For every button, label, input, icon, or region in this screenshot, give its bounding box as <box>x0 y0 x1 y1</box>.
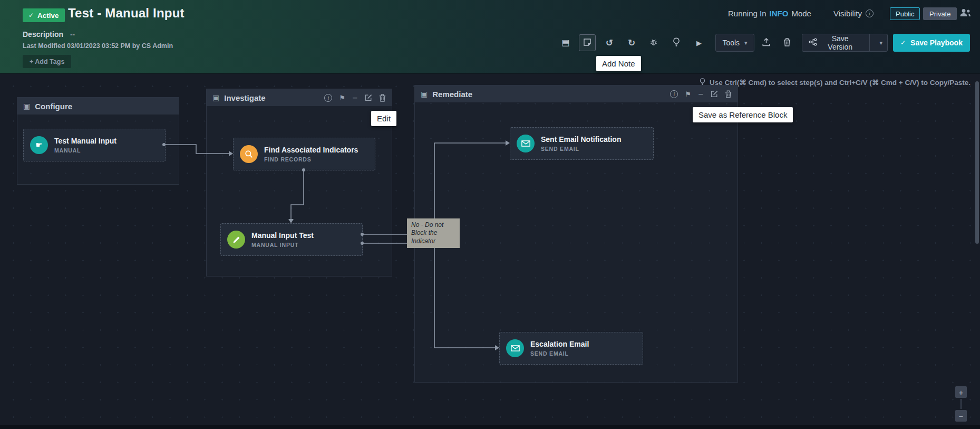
play-icon: ▶ <box>696 40 702 46</box>
group-configure-header[interactable]: ▣ Configure <box>17 98 179 115</box>
save-version-caret[interactable]: ▾ <box>875 34 887 51</box>
group-investigate-header[interactable]: ▣ Investigate i ⚑ − <box>207 89 392 106</box>
step-test-manual-input[interactable]: ☛ Test Manual Input MANUAL <box>23 129 166 161</box>
journal-icon: ▤ <box>561 39 569 47</box>
horizontal-scrollbar-track[interactable] <box>0 425 980 429</box>
step-escalation-email[interactable]: Escalation Email SEND EMAIL <box>499 332 643 365</box>
trash-icon[interactable] <box>379 94 386 102</box>
group-remediate-header[interactable]: ▣ Remediate i ⚑ − <box>415 85 738 102</box>
last-modified-text: Last Modified 03/01/2023 03:52 PM by CS … <box>23 42 173 50</box>
note-icon <box>583 38 591 48</box>
step-subtitle: SEND EMAIL <box>541 146 621 152</box>
playbook-designer-app: ✓ Active Test - Manual Input Description… <box>0 0 980 429</box>
save-version-label: Save Version <box>822 34 858 51</box>
email-icon <box>506 339 524 357</box>
description-value: -- <box>70 30 75 39</box>
suggestions-button[interactable] <box>668 34 685 51</box>
manual-trigger-icon: ☛ <box>30 136 48 154</box>
trash-icon[interactable] <box>725 90 732 98</box>
debug-button[interactable] <box>645 34 662 51</box>
edit-tooltip: Edit <box>371 111 396 126</box>
tools-dropdown[interactable]: Tools ▾ <box>715 34 754 52</box>
run-playbook-button[interactable]: ▶ <box>691 34 707 51</box>
group-investigate[interactable]: ▣ Investigate i ⚑ − <box>206 89 392 277</box>
info-icon[interactable]: i <box>866 9 874 17</box>
step-title: Test Manual Input <box>54 137 117 146</box>
lightbulb-icon <box>673 37 680 48</box>
visibility-row: Visibility i <box>833 9 874 18</box>
visibility-label: Visibility <box>833 9 862 18</box>
group-title: Configure <box>35 102 72 111</box>
page-title: Test - Manual Input <box>68 6 185 21</box>
add-note-tooltip: Add Note <box>596 56 641 71</box>
zoom-in-button[interactable]: + <box>955 386 967 398</box>
step-subtitle: SEND EMAIL <box>530 350 589 357</box>
redo-icon: ↻ <box>628 39 635 47</box>
edge-condition-label[interactable]: No - Do not Block the Indicator <box>407 218 460 248</box>
step-sent-email-notification[interactable]: Sent Email Notification SEND EMAIL <box>510 127 654 160</box>
chevron-down-icon: ▾ <box>744 40 748 46</box>
status-badge-label: Active <box>37 12 59 20</box>
mode-value[interactable]: INFO <box>770 9 789 18</box>
delete-playbook-button[interactable] <box>779 34 795 51</box>
export-button[interactable] <box>758 34 774 51</box>
button-divider <box>869 34 870 51</box>
save-playbook-label: Save Playbook <box>910 39 963 47</box>
info-icon[interactable]: i <box>670 90 678 98</box>
email-icon <box>517 135 535 152</box>
zoom-out-button[interactable]: − <box>955 410 967 422</box>
zoom-slider-track <box>960 399 962 409</box>
flag-icon[interactable]: ⚑ <box>339 94 345 101</box>
group-remediate[interactable]: ▣ Remediate i ⚑ − <box>414 85 738 383</box>
execution-history-button[interactable]: ▤ <box>557 34 574 51</box>
redo-button[interactable]: ↻ <box>623 34 640 51</box>
check-icon: ✓ <box>28 12 34 18</box>
step-subtitle: MANUAL INPUT <box>251 242 314 248</box>
step-title: Sent Email Notification <box>541 135 621 145</box>
manual-input-icon <box>227 231 245 249</box>
step-subtitle: FIND RECORDS <box>264 156 358 163</box>
save-reference-tooltip: Save as Reference Block <box>693 107 793 122</box>
description-label: Description <box>23 30 63 39</box>
trash-icon <box>783 38 791 48</box>
undo-button[interactable]: ↺ <box>601 34 618 51</box>
hint-text: Use Ctrl(⌘ Cmd) to select step(s) and Ct… <box>710 78 971 87</box>
playbook-canvas[interactable]: Use Ctrl(⌘ Cmd) to select step(s) and Ct… <box>0 74 980 429</box>
version-branch-icon <box>809 38 817 47</box>
mode-suffix-label: Mode <box>791 9 811 18</box>
undo-icon: ↺ <box>606 39 613 47</box>
info-icon[interactable]: i <box>324 94 332 102</box>
description-row: Description -- <box>23 30 75 39</box>
block-icon: ▣ <box>212 94 219 101</box>
public-button[interactable]: Public <box>890 7 920 20</box>
private-button[interactable]: Private <box>923 7 957 20</box>
people-icon[interactable] <box>959 8 971 19</box>
find-records-icon <box>240 145 258 163</box>
flag-icon[interactable]: ⚑ <box>685 91 691 98</box>
vertical-scrollbar[interactable] <box>975 81 979 244</box>
check-icon: ✓ <box>900 40 906 46</box>
step-manual-input-test[interactable]: Manual Input Test MANUAL INPUT <box>220 223 363 256</box>
save-version-button[interactable]: Save Version ▾ <box>802 34 888 52</box>
edit-icon[interactable] <box>365 94 372 101</box>
add-note-button[interactable] <box>579 34 596 51</box>
edit-icon[interactable] <box>711 90 718 98</box>
add-tags-button[interactable]: + Add Tags <box>23 55 71 68</box>
step-title: Escalation Email <box>530 340 589 349</box>
chevron-down-icon: ▾ <box>879 40 882 46</box>
canvas-hint: Use Ctrl(⌘ Cmd) to select step(s) and Ct… <box>700 78 971 87</box>
block-icon: ▣ <box>421 90 428 98</box>
block-icon: ▣ <box>23 102 30 110</box>
step-title: Find Associated Indicators <box>264 146 358 155</box>
save-playbook-button[interactable]: ✓ Save Playbook <box>893 34 970 52</box>
collapse-icon[interactable]: − <box>352 94 358 101</box>
collapse-icon[interactable]: − <box>698 91 704 98</box>
step-title: Manual Input Test <box>251 231 314 241</box>
running-mode-row: Running In INFO Mode <box>728 9 811 18</box>
step-find-associated-indicators[interactable]: Find Associated Indicators FIND RECORDS <box>233 138 375 170</box>
playbook-header: ✓ Active Test - Manual Input Description… <box>0 0 980 74</box>
step-subtitle: MANUAL <box>54 147 117 154</box>
tools-label: Tools <box>722 39 740 47</box>
group-configure[interactable]: ▣ Configure ☛ Test Manual Input MANUAL <box>17 97 179 185</box>
upload-icon <box>762 38 770 48</box>
